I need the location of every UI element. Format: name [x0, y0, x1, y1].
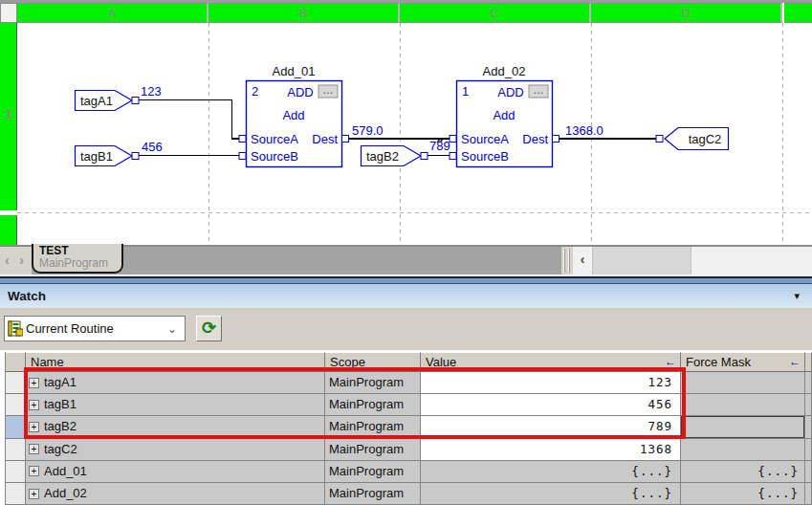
output-pin-dest[interactable] [342, 136, 349, 143]
input-ref-taga1[interactable]: tagA1 123 [76, 84, 162, 111]
expand-icon[interactable]: + [29, 378, 39, 388]
tag-label: tagC2 [689, 132, 722, 146]
force-mask-cell[interactable] [681, 439, 805, 461]
block-operand: Add [282, 108, 304, 122]
output-pin-dest[interactable] [553, 136, 560, 143]
sliver-cell [805, 372, 812, 394]
sheet-prev-button[interactable]: ‹ [0, 247, 14, 273]
input-pin-sourceb[interactable] [450, 153, 456, 160]
name-cell[interactable]: +Add_01 [26, 461, 325, 483]
expand-icon[interactable]: + [29, 489, 39, 499]
horizontal-scrollbar[interactable]: ‹ [573, 247, 812, 274]
column-header-sliver [805, 352, 812, 372]
exec-order: 1 [462, 84, 469, 99]
scope-cell: MainProgram [325, 394, 421, 416]
expand-icon[interactable]: + [29, 444, 39, 454]
block-operand: Add [493, 108, 515, 122]
sheet-tab-test[interactable]: TEST MainProgram [32, 244, 123, 274]
refresh-icon: ⟳ [202, 318, 216, 338]
sliver-cell [805, 483, 812, 505]
input-pin-sourcea[interactable] [239, 136, 246, 143]
name-cell[interactable]: +tagB2 [26, 416, 325, 438]
output-pin[interactable] [421, 153, 428, 160]
input-ref-tagb1[interactable]: tagB1 456 [76, 140, 163, 166]
sheet-next-button[interactable]: › [14, 247, 29, 273]
panel-dropdown-icon[interactable]: ▾ [794, 284, 800, 308]
force-mask-header-label: Force Mask [686, 355, 751, 369]
force-mask-cell-focused[interactable] [681, 416, 805, 438]
block-mnemonic: ADD [287, 85, 313, 99]
input-ref-tagb2[interactable]: tagB2 789 [362, 139, 450, 166]
wire-value-add01-dest: 579.0 [352, 123, 384, 138]
expand-icon[interactable]: + [29, 422, 39, 432]
column-header-name[interactable]: Name [26, 352, 325, 372]
scope-cell: MainProgram [325, 372, 421, 394]
input-pin[interactable] [656, 136, 663, 143]
name-cell[interactable]: +tagA1 [26, 372, 325, 394]
force-mask-cell[interactable] [681, 372, 805, 394]
row-selector[interactable] [6, 461, 26, 483]
value-cell[interactable]: {...} [421, 483, 681, 505]
chevron-down-icon[interactable]: ⌄ [167, 322, 177, 336]
sheet-tab-title: TEST [39, 245, 116, 256]
scrollbar-thumb[interactable] [592, 247, 691, 274]
column-header-value[interactable]: Value← [421, 352, 681, 372]
value-cell[interactable]: 1368 [421, 439, 681, 461]
watch-scope-combobox[interactable]: Current Routine ⌄ [4, 316, 186, 341]
table-header-row: Name Scope Value← Force Mask← [0, 352, 812, 372]
row-selector-current[interactable] [6, 416, 26, 438]
table-row: +Add_02 MainProgram {...} {...} [0, 483, 812, 505]
table-row: +tagB2 MainProgram 789 [0, 416, 812, 438]
pin-label-dest: Dest [522, 132, 548, 146]
table-row: +Add_01 MainProgram {...} {...} [0, 461, 812, 483]
tag-name: tagB2 [44, 416, 77, 437]
sliver-cell [805, 439, 812, 461]
name-cell[interactable]: +tagC2 [26, 439, 325, 461]
expand-icon[interactable]: + [29, 400, 39, 410]
watch-toolbar: Current Routine ⌄ ⟳ [0, 308, 812, 350]
input-pin-sourceb[interactable] [239, 153, 246, 160]
tag-value: 123 [141, 84, 162, 99]
output-ref-tagc2[interactable]: tagC2 [656, 128, 729, 150]
row-selector[interactable] [6, 372, 26, 394]
fbd-block-add02[interactable]: Add_02 1 ADD ... Add SourceA Dest Source… [450, 64, 560, 167]
pin-label-dest: Dest [312, 132, 338, 146]
value-cell[interactable]: 123 [421, 372, 681, 394]
pane-splitter[interactable] [561, 247, 573, 274]
output-pin[interactable] [132, 98, 139, 104]
ellipsis-icon: ... [323, 82, 334, 97]
tag-value: 456 [142, 140, 163, 154]
column-header-scope[interactable]: Scope [325, 352, 421, 372]
column-header-force-mask[interactable]: Force Mask← [681, 352, 805, 372]
value-cell[interactable]: {...} [421, 461, 681, 483]
row-selector[interactable] [6, 394, 26, 416]
input-pin-sourcea[interactable] [450, 136, 456, 143]
scroll-left-button[interactable]: ‹ [573, 247, 592, 274]
force-mask-cell[interactable]: {...} [681, 461, 805, 483]
value-cell[interactable]: 789 [421, 416, 681, 438]
expand-icon[interactable]: + [29, 466, 39, 476]
refresh-button[interactable]: ⟳ [196, 316, 222, 341]
row-selector[interactable] [6, 483, 26, 505]
output-pin[interactable] [132, 153, 139, 160]
watch-table: Name Scope Value← Force Mask← +tagA1 Mai… [0, 350, 812, 505]
watch-title: Watch [8, 289, 46, 303]
wire-value-add02-dest: 1368.0 [565, 123, 604, 138]
row-selector-header [6, 352, 26, 372]
wire-taga1-sourcea [139, 100, 239, 140]
watch-panel-header[interactable]: Watch ▾ [0, 283, 812, 308]
force-mask-cell[interactable]: {...} [681, 483, 805, 505]
scope-cell: MainProgram [325, 439, 421, 461]
fbd-diagram: » tagA1 123 tagB1 456 tagB2 789 Add_01 2 [0, 0, 812, 245]
row-selector[interactable] [6, 439, 26, 461]
tag-name: tagC2 [44, 439, 77, 460]
tag-name: Add_01 [44, 461, 87, 482]
scope-cell: MainProgram [325, 461, 421, 483]
tag-value: 789 [429, 139, 450, 153]
force-mask-cell[interactable] [681, 394, 805, 416]
fbd-block-add01[interactable]: Add_01 2 ADD ... Add SourceA Dest Source… [239, 64, 349, 167]
value-cell[interactable]: 456 [421, 394, 681, 416]
name-cell[interactable]: +Add_02 [26, 483, 325, 505]
name-cell[interactable]: +tagB1 [26, 394, 325, 416]
value-sort-arrow-icon: ← [665, 353, 676, 371]
